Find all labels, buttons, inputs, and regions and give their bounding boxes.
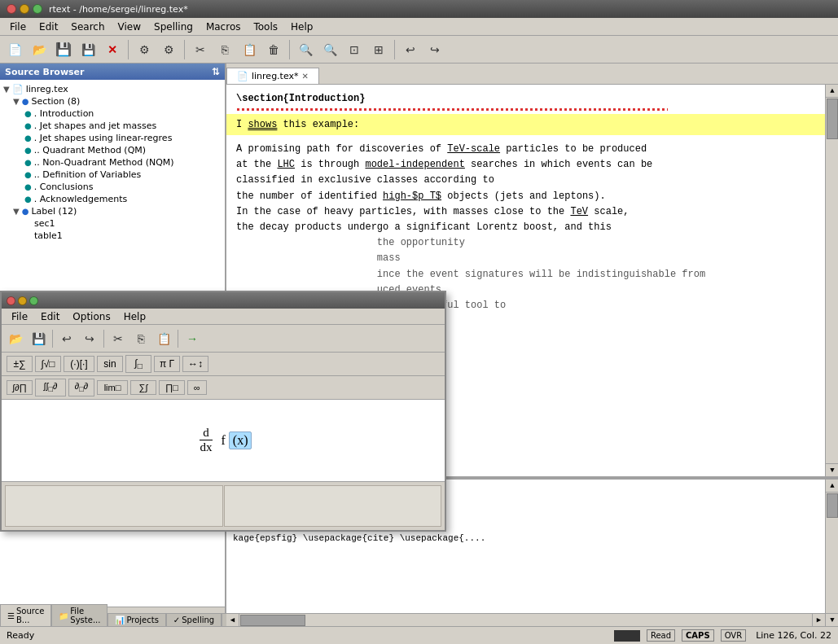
maximize-button[interactable] [33, 4, 42, 14]
math-paren-bracket[interactable]: (·)[·] [64, 356, 94, 372]
formula-minimize-btn[interactable] [18, 296, 27, 305]
tab-close-icon[interactable]: ✕ [302, 72, 309, 81]
tb-compile1[interactable]: ⚙ [133, 38, 156, 61]
menu-spelling[interactable]: Spelling [147, 20, 200, 34]
fmenu-options[interactable]: Options [66, 309, 116, 324]
tb-copy[interactable]: ⎘ [213, 38, 236, 61]
math-partial-frac[interactable]: ∂□∂ [68, 379, 94, 396]
log-scrollbar[interactable]: ▲ ▼ [825, 480, 838, 626]
tree-item-def-vars[interactable]: ● .. Definition of Variables [0, 169, 225, 181]
tab-spelling[interactable]: ✓ Spelling [166, 613, 222, 626]
item-label: . Jet shapes using linear-regres [34, 133, 173, 143]
menu-edit[interactable]: Edit [33, 20, 64, 34]
item-label: . Jet shapes and jet masses [34, 120, 156, 131]
tree-item-jet-linear[interactable]: ● . Jet shapes using linear-regres [0, 132, 225, 144]
ftb-special[interactable]: → [182, 328, 203, 349]
tb-delete[interactable]: 🗑 [262, 38, 285, 61]
tb-cut[interactable]: ✂ [189, 38, 212, 61]
tb-open[interactable]: 📂 [28, 38, 50, 61]
menu-search[interactable]: Search [64, 20, 111, 34]
formula-maximize-btn[interactable] [29, 296, 38, 305]
ftb-redo[interactable]: ↪ [79, 328, 100, 349]
tb-close[interactable]: ✕ [101, 38, 124, 61]
formula-grid-cell-1[interactable] [5, 485, 223, 527]
formula-close-btn[interactable] [7, 296, 15, 305]
tb-new[interactable]: 📄 [3, 38, 26, 61]
tb-redo[interactable]: ↪ [423, 38, 446, 61]
math-arrows[interactable]: ↔↕ [182, 356, 208, 372]
tb-zoom-in[interactable]: 🔍 [294, 38, 317, 61]
menu-file[interactable]: File [3, 20, 33, 34]
fmenu-edit[interactable]: Edit [34, 309, 66, 324]
fmenu-file[interactable]: File [5, 309, 34, 324]
ftb-cut[interactable]: ✂ [107, 328, 129, 349]
scroll-down-btn[interactable]: ▼ [826, 463, 838, 476]
hscroll-left-btn[interactable]: ◀ [226, 614, 239, 627]
tb-zoom-custom[interactable]: ⊞ [367, 38, 390, 61]
menu-view[interactable]: View [112, 20, 147, 34]
tb-zoom-fit[interactable]: ⊡ [343, 38, 366, 61]
math-infinity[interactable]: ∞ [187, 380, 207, 395]
tb-paste[interactable]: 📋 [238, 38, 261, 61]
math-integral-dx[interactable]: ∫□ [125, 355, 151, 373]
formula-display-area[interactable]: d dx f (x) [2, 400, 445, 481]
math-int-prod[interactable]: ∫∂∏ [7, 380, 33, 395]
close-button[interactable] [7, 4, 16, 14]
tb-zoom-out[interactable]: 🔍 [318, 38, 341, 61]
tb-undo[interactable]: ↩ [399, 38, 422, 61]
tree-item-qm[interactable]: ● .. Quadrant Method (QM) [0, 144, 225, 156]
hscroll-thumb[interactable] [240, 615, 305, 626]
ftb-paste[interactable]: 📋 [153, 328, 174, 349]
formula-fx: f [222, 433, 226, 448]
tree-section-group[interactable]: ▼ ● Section (8) [0, 95, 225, 107]
log-hscrollbar[interactable]: ◀ ▶ [226, 613, 825, 626]
editor-scrollbar[interactable]: ▲ ▼ [825, 85, 838, 476]
tb-save[interactable]: 💾 [52, 38, 75, 61]
tb-compile2[interactable]: ⚙ [157, 38, 180, 61]
ftb-save[interactable]: 💾 [28, 328, 49, 349]
math-lim[interactable]: lim□ [97, 380, 128, 395]
tree-item-acknowledgements[interactable]: ● . Acknowledgements [0, 193, 225, 205]
scroll-thumb[interactable] [827, 493, 838, 518]
tree-label-group[interactable]: ▼ ● Label (12) [0, 205, 225, 217]
math-dint-sub[interactable]: ∫∫□∂ [35, 379, 66, 396]
scroll-up-btn[interactable]: ▲ [826, 480, 838, 493]
scroll-thumb[interactable] [827, 99, 838, 139]
ftb-open[interactable]: 📂 [5, 328, 26, 349]
expand-icon: ▼ [3, 85, 10, 94]
tree-item-introduction[interactable]: ● . Introduction [0, 107, 225, 120]
menu-macros[interactable]: Macros [200, 20, 248, 34]
ftb-copy[interactable]: ⎘ [130, 328, 151, 349]
sort-icon[interactable]: ⇅ [212, 66, 220, 77]
formula-grid-cell-2[interactable] [224, 485, 442, 527]
ftb-undo[interactable]: ↩ [56, 328, 77, 349]
scroll-down-btn[interactable]: ▼ [826, 613, 838, 626]
math-sum-int[interactable]: ∑∫ [130, 380, 156, 395]
tab-source-browser[interactable]: ☰ Source B... [0, 604, 51, 626]
menu-help[interactable]: Help [284, 20, 319, 34]
math-plusminus-sum[interactable]: ±∑ [7, 356, 33, 372]
tab-projects[interactable]: 📊 Projects [107, 613, 165, 626]
math-prod-square[interactable]: ∏□ [159, 380, 185, 395]
tb-save2[interactable]: 💾 [77, 38, 99, 61]
math-sin[interactable]: sin [97, 356, 123, 372]
tree-item-nqm[interactable]: ● .. Non-Quadrant Method (NQM) [0, 156, 225, 169]
tree-item-conclusions[interactable]: ● . Conclusions [0, 181, 225, 193]
tree-item-table1[interactable]: table1 [0, 230, 225, 242]
menu-tools[interactable]: Tools [247, 20, 284, 34]
tree-item-jet-shapes[interactable]: ● . Jet shapes and jet masses [0, 120, 225, 132]
tree-item-sec1[interactable]: sec1 [0, 217, 225, 230]
fmenu-help[interactable]: Help [117, 309, 152, 324]
editor-tab-linreg[interactable]: 📄 linreg.tex* ✕ [226, 68, 319, 84]
scroll-up-btn[interactable]: ▲ [826, 85, 838, 98]
math-pi-gamma[interactable]: π Γ [154, 356, 180, 372]
root-label: linreg.tex [26, 84, 68, 94]
window-title: rtext - /home/sergei/linreg.tex* [49, 4, 188, 15]
tab-file-system[interactable]: 📁 File Syste... [51, 604, 107, 626]
hscroll-right-btn[interactable]: ▶ [812, 614, 825, 627]
minimize-button[interactable] [20, 4, 29, 14]
tree-root[interactable]: ▼ 📄 linreg.tex [0, 83, 225, 95]
tab-label: Source B... [16, 607, 44, 624]
math-int-sqrt[interactable]: ∫√□ [35, 356, 61, 372]
status-read: Read [647, 629, 675, 642]
